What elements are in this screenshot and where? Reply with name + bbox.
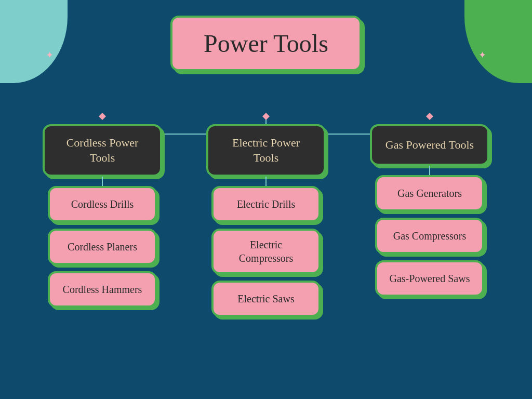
root-label: Power Tools (204, 30, 328, 57)
connector-v3 (429, 166, 430, 175)
child-cordless-2: Cordless Hammers (48, 271, 157, 308)
child-electric-1: Electric Compressors (211, 229, 321, 274)
sparkle-diamond-2 (262, 113, 270, 122)
child-electric-2: Electric Saws (211, 281, 321, 317)
level1-cordless: Cordless Power Tools (43, 124, 162, 177)
svg-marker-9 (262, 113, 270, 120)
children-cordless: Cordless Drills Cordless Planers Cordles… (48, 186, 157, 308)
child-electric-0: Electric Drills (211, 186, 321, 222)
root-node: Power Tools (170, 16, 362, 71)
level1-gas: Gas Powered Tools (370, 124, 489, 166)
child-gas-1: Gas Compressors (375, 218, 484, 254)
sparkle-diamond-1 (99, 113, 106, 122)
connector-v1 (102, 177, 103, 186)
sparkle-diamond-3 (426, 113, 433, 122)
children-gas: Gas Generators Gas Compressors Gas-Power… (375, 175, 484, 297)
children-electric: Electric Drills Electric Compressors Ele… (211, 186, 321, 317)
child-gas-0: Gas Generators (375, 175, 484, 211)
svg-marker-10 (426, 113, 433, 120)
column-gas: Gas Powered Tools Gas Generators Gas Com… (367, 113, 492, 297)
child-cordless-0: Cordless Drills (48, 186, 157, 222)
child-cordless-1: Cordless Planers (48, 229, 157, 265)
child-gas-2: Gas-Powered Saws (375, 260, 484, 297)
column-electric: Electric Power Tools Electric Drills Ele… (204, 113, 328, 317)
connector-v2 (265, 177, 267, 186)
svg-marker-8 (99, 113, 106, 120)
column-cordless: Cordless Power Tools Cordless Drills Cor… (40, 113, 165, 308)
level1-electric: Electric Power Tools (206, 124, 326, 177)
